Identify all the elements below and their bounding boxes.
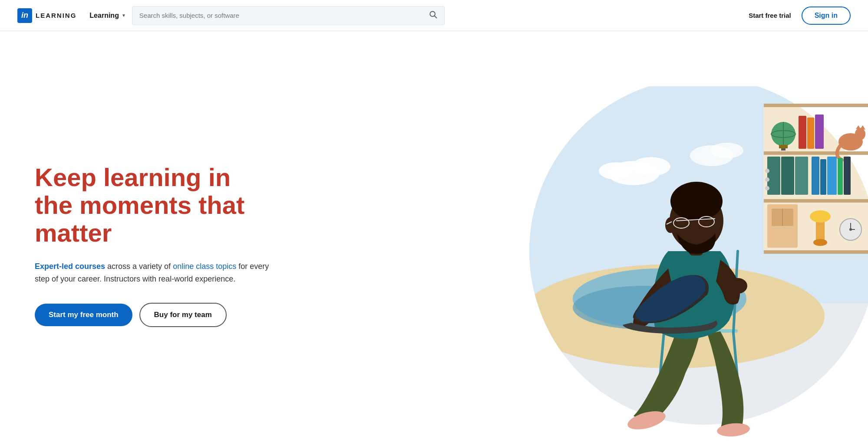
logo-text: LEARNING <box>36 12 76 19</box>
svg-rect-23 <box>799 116 806 149</box>
search-bar <box>132 6 445 25</box>
svg-rect-14 <box>764 104 868 107</box>
svg-marker-28 <box>856 125 861 130</box>
linkedin-logo-icon: in <box>17 8 32 23</box>
svg-point-45 <box>810 210 831 223</box>
start-free-trial-link[interactable]: Start free trial <box>749 12 791 19</box>
svg-point-34 <box>765 177 769 182</box>
learning-nav-dropdown[interactable]: Learning ▼ <box>83 8 132 23</box>
svg-rect-21 <box>779 145 788 148</box>
svg-point-56 <box>716 422 750 438</box>
svg-point-7 <box>599 162 634 180</box>
sign-in-button[interactable]: Sign in <box>802 7 851 25</box>
svg-rect-32 <box>795 157 808 195</box>
header-right: Start free trial Sign in <box>749 7 851 25</box>
search-input[interactable] <box>139 12 429 19</box>
svg-rect-31 <box>781 157 794 195</box>
search-icon <box>429 10 437 19</box>
hero-subtitle: Expert-led courses across a variety of o… <box>35 260 269 285</box>
hero-illustration <box>347 31 868 442</box>
search-button[interactable] <box>429 10 437 21</box>
buy-for-team-button[interactable]: Buy for my team <box>139 303 227 327</box>
svg-rect-38 <box>827 157 837 195</box>
svg-point-57 <box>728 278 747 294</box>
svg-line-1 <box>435 16 437 18</box>
expert-courses-link[interactable]: Expert-led courses <box>35 262 105 271</box>
svg-point-35 <box>765 186 769 190</box>
header: in LEARNING Learning ▼ Start free trial … <box>0 0 868 31</box>
chevron-down-icon: ▼ <box>122 13 126 18</box>
learning-nav-label: Learning <box>89 12 119 20</box>
hero-illustration-svg <box>390 86 868 442</box>
svg-rect-25 <box>815 115 824 149</box>
svg-rect-36 <box>812 157 819 195</box>
svg-rect-37 <box>820 159 826 195</box>
online-class-topics-link[interactable]: online class topics <box>173 262 236 271</box>
start-free-month-button[interactable]: Start my free month <box>35 304 132 326</box>
svg-point-27 <box>855 128 865 140</box>
hero-content: Keep learning in the moments that matter… <box>0 138 295 353</box>
logo-area: in LEARNING <box>17 8 76 23</box>
svg-point-33 <box>765 169 769 173</box>
hero-title: Keep learning in the moments that matter <box>35 164 269 246</box>
svg-point-6 <box>631 157 670 176</box>
svg-rect-15 <box>764 151 868 155</box>
hero-section: Keep learning in the moments that matter… <box>0 31 868 442</box>
svg-rect-40 <box>844 157 851 195</box>
svg-point-9 <box>710 143 743 158</box>
svg-rect-22 <box>781 148 785 151</box>
svg-point-60 <box>670 182 723 221</box>
svg-rect-39 <box>838 158 843 195</box>
svg-rect-16 <box>764 199 868 203</box>
svg-rect-24 <box>807 118 814 149</box>
svg-rect-17 <box>764 250 868 254</box>
svg-point-46 <box>813 239 827 246</box>
hero-buttons: Start my free month Buy for my team <box>35 303 269 327</box>
